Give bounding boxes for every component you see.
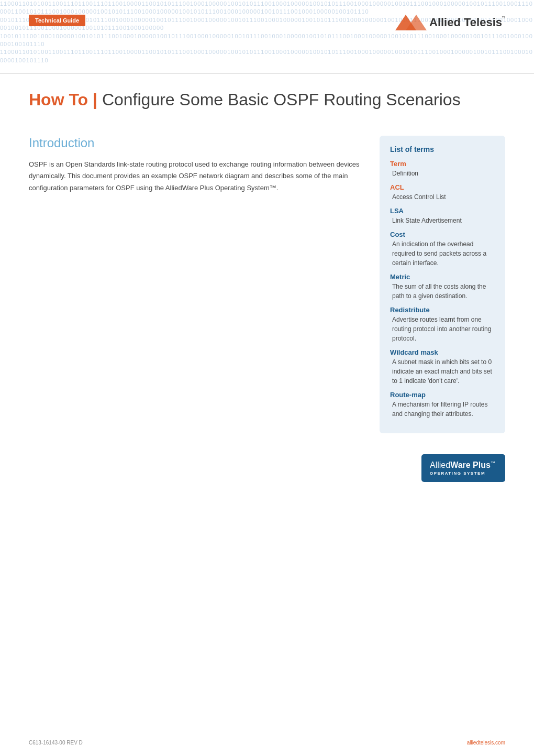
term-def-cost: An indication of the overhead required t… <box>390 239 495 268</box>
header: 1100011010100110011101100111011001000011… <box>0 0 534 73</box>
term-def-term: Definition <box>390 169 495 178</box>
left-column: Introduction OSPF is an Open Standards l… <box>29 136 364 482</box>
term-entry-wildcard: Wildcard mask A subnet mask in which bit… <box>390 348 495 386</box>
term-entry-term: Term Definition <box>390 160 495 178</box>
ware-plus-text: Ware Plus <box>450 461 491 469</box>
term-name-acl: ACL <box>390 183 495 191</box>
term-def-metric: The sum of all the costs along the path … <box>390 282 495 301</box>
brand-sup: ™ <box>491 461 495 466</box>
logo-area: Allied Telesis ™ <box>390 9 505 38</box>
page-title: How To | Configure Some Basic OSPF Routi… <box>29 90 505 109</box>
term-def-redistribute: Advertise routes learnt from one routing… <box>390 315 495 343</box>
page-title-text: Configure Some Basic OSPF Routing Scenar… <box>97 90 461 109</box>
term-name-redistribute: Redistribute <box>390 306 495 314</box>
intro-text: OSPF is an Open Standards link-state rou… <box>29 159 364 193</box>
term-name-lsa: LSA <box>390 207 495 215</box>
term-entry-acl: ACL Access Control List <box>390 183 495 202</box>
term-def-wildcard: A subnet mask in which bits set to 0 ind… <box>390 357 495 386</box>
alliedware-plus-badge: AlliedWare Plus™ OPERATING SYSTEM <box>421 454 505 482</box>
term-name-cost: Cost <box>390 231 495 238</box>
page-title-prefix: How To | <box>29 90 97 109</box>
term-entry-cost: Cost An indication of the overhead requi… <box>390 231 495 268</box>
alliedware-brand-bottom: OPERATING SYSTEM <box>430 471 497 476</box>
term-name-metric: Metric <box>390 273 495 281</box>
term-name-term: Term <box>390 160 495 168</box>
term-entry-routemap: Route-map A mechanism for filtering IP r… <box>390 391 495 419</box>
term-def-lsa: Link State Advertisement <box>390 216 495 225</box>
term-def-acl: Access Control List <box>390 192 495 202</box>
term-entry-metric: Metric The sum of all the costs along th… <box>390 273 495 301</box>
svg-text:™: ™ <box>502 15 505 21</box>
term-name-wildcard: Wildcard mask <box>390 348 495 356</box>
terms-box-title: List of terms <box>390 145 495 154</box>
footer-website: alliedtelesis.com <box>467 740 505 746</box>
term-entry-lsa: LSA Link State Advertisement <box>390 207 495 225</box>
right-column: List of terms Term Definition ACL Access… <box>380 136 505 482</box>
terms-box: List of terms Term Definition ACL Access… <box>380 136 505 433</box>
term-def-routemap: A mechanism for filtering IP routes and … <box>390 400 495 419</box>
footer-doc-number: C613-16143-00 REV D <box>29 740 83 746</box>
main-content: Introduction OSPF is an Open Standards l… <box>0 120 534 498</box>
alliedware-brand-top: AlliedWare Plus™ <box>430 461 497 470</box>
tech-guide-badge: Technical Guide <box>29 15 85 26</box>
intro-heading: Introduction <box>29 136 364 150</box>
term-entry-redistribute: Redistribute Advertise routes learnt fro… <box>390 306 495 343</box>
footer: C613-16143-00 REV D alliedtelesis.com <box>0 740 534 746</box>
allied-telesis-logo: Allied Telesis ™ <box>390 9 505 38</box>
term-name-routemap: Route-map <box>390 391 495 399</box>
allied-text: Allied <box>430 461 450 469</box>
title-section: How To | Configure Some Basic OSPF Routi… <box>0 73 534 120</box>
svg-text:Allied Telesis: Allied Telesis <box>429 16 502 29</box>
